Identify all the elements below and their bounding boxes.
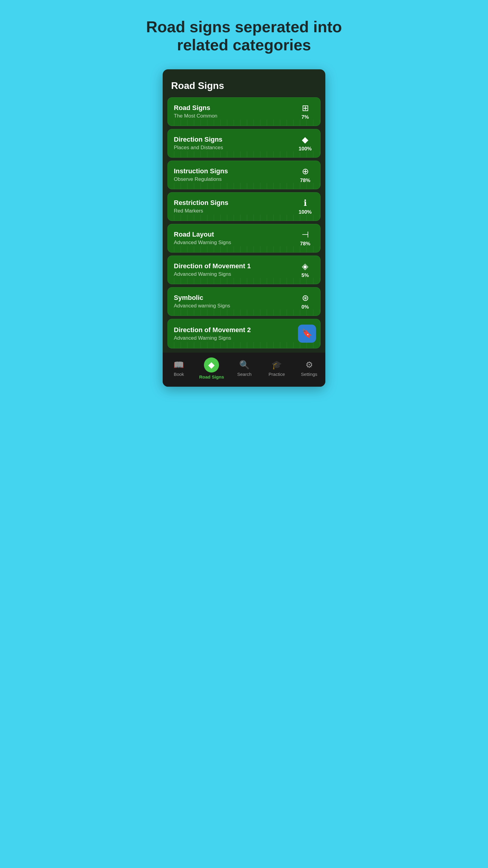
list-item-percent: 78%	[300, 241, 310, 247]
list-item-title: Restriction Signs	[174, 199, 228, 207]
nav-label-search: Search	[237, 372, 252, 377]
hero-title: Road signs seperated into related catego…	[127, 18, 361, 54]
search-icon: 🔍	[239, 360, 250, 370]
list-item-right: ℹ 100%	[296, 198, 314, 215]
app-card-header: Road Signs	[163, 69, 325, 97]
list-item-left: Restriction Signs Red Markers	[174, 199, 228, 214]
list-item-subtitle: Observe Regulations	[174, 176, 228, 182]
list-item-title: Symbolic	[174, 294, 230, 302]
list-item-right: ⊛ 0%	[296, 293, 314, 310]
list-item[interactable]: Instruction Signs Observe Regulations ⊕ …	[167, 161, 321, 189]
direction-signs-icon: ◆	[302, 135, 308, 145]
list-item-right: ⊞ 7%	[296, 103, 314, 120]
list-item-subtitle: Advanced Warning Signs	[174, 271, 251, 277]
list-item-subtitle: Advanced Warning Signs	[174, 240, 231, 246]
list-item-percent: 100%	[298, 209, 312, 215]
list-item-subtitle: Red Markers	[174, 208, 228, 214]
list-item-percent: 0%	[301, 304, 309, 310]
list-item[interactable]: Direction Signs Places and Distances ◆ 1…	[167, 129, 321, 158]
bookmark-button[interactable]: 🔖	[298, 324, 316, 343]
direction-movement-1-icon: ◈	[302, 261, 308, 271]
list-item-percent: 78%	[300, 178, 310, 184]
nav-label-practice: Practice	[269, 372, 285, 377]
instruction-signs-icon: ⊕	[302, 166, 309, 176]
practice-icon: 🎓	[271, 360, 282, 370]
list-item-right: ◈ 5%	[296, 261, 314, 278]
list-item-left: Road Signs The Most Common	[174, 104, 218, 119]
list-item-title: Road Layout	[174, 230, 231, 239]
symbolic-icon: ⊛	[302, 293, 309, 303]
nav-label-settings: Settings	[301, 372, 317, 377]
list-item-subtitle: Places and Distances	[174, 145, 223, 151]
list-item[interactable]: Direction of Movement 1 Advanced Warning…	[167, 255, 321, 284]
bottom-nav: 📖 Book ◆ Road Signs 🔍 Search 🎓 Practice …	[163, 352, 325, 387]
nav-item-practice[interactable]: 🎓 Practice	[265, 360, 289, 377]
list-item-right: ⊕ 78%	[296, 166, 314, 184]
app-card: Road Signs Road Signs The Most Common ⊞ …	[163, 69, 325, 387]
list-container: Road Signs The Most Common ⊞ 7% Directio…	[163, 97, 325, 348]
nav-item-book[interactable]: 📖 Book	[167, 360, 191, 377]
list-item-percent: 7%	[301, 114, 309, 120]
list-item-title: Instruction Signs	[174, 167, 228, 175]
road-signs-icon: ⊞	[302, 103, 309, 113]
list-item-right: ⊣ 78%	[296, 230, 314, 247]
list-item-percent: 100%	[298, 146, 312, 152]
nav-item-road-signs[interactable]: ◆ Road Signs	[199, 358, 224, 379]
list-item[interactable]: Road Layout Advanced Warning Signs ⊣ 78%	[167, 224, 321, 253]
nav-label-book: Book	[174, 372, 184, 377]
settings-icon: ⚙	[305, 360, 313, 370]
card-header-title: Road Signs	[171, 80, 224, 91]
list-item-left: Direction of Movement 2 Advanced Warning…	[174, 326, 251, 341]
list-item-title: Road Signs	[174, 104, 218, 112]
list-item-left: Direction Signs Places and Distances	[174, 135, 223, 151]
list-item[interactable]: Direction of Movement 2 Advanced Warning…	[167, 319, 321, 348]
road-signs-nav-icon: ◆	[204, 358, 219, 373]
list-item-left: Instruction Signs Observe Regulations	[174, 167, 228, 182]
list-item-title: Direction of Movement 1	[174, 262, 251, 270]
list-item-left: Symbolic Advanced warning Signs	[174, 294, 230, 309]
list-item-subtitle: Advanced Warning Signs	[174, 335, 251, 341]
restriction-signs-icon: ℹ	[304, 198, 307, 208]
list-item-title: Direction Signs	[174, 135, 223, 144]
list-item-left: Direction of Movement 1 Advanced Warning…	[174, 262, 251, 277]
page-wrapper: Road signs seperated into related catego…	[121, 0, 367, 387]
list-item-percent: 5%	[301, 273, 309, 278]
list-item-right: ◆ 100%	[296, 135, 314, 152]
list-item-title: Direction of Movement 2	[174, 326, 251, 334]
book-icon: 📖	[173, 360, 184, 370]
list-item[interactable]: Symbolic Advanced warning Signs ⊛ 0%	[167, 287, 321, 316]
nav-label-road-signs: Road Signs	[199, 374, 224, 379]
nav-item-settings[interactable]: ⚙ Settings	[297, 360, 321, 377]
list-item[interactable]: Road Signs The Most Common ⊞ 7%	[167, 97, 321, 126]
list-item[interactable]: Restriction Signs Red Markers ℹ 100%	[167, 192, 321, 221]
list-item-subtitle: Advanced warning Signs	[174, 303, 230, 309]
road-layout-icon: ⊣	[301, 230, 309, 240]
nav-item-search[interactable]: 🔍 Search	[232, 360, 256, 377]
list-item-subtitle: The Most Common	[174, 113, 218, 119]
list-item-left: Road Layout Advanced Warning Signs	[174, 230, 231, 246]
